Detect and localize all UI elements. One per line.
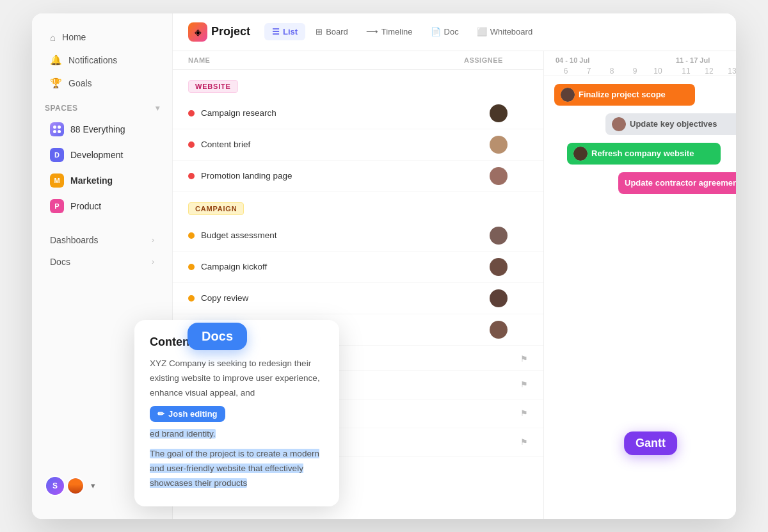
sidebar-item-notifications[interactable]: 🔔 Notifications (37, 49, 167, 72)
dev-icon: D (50, 148, 64, 162)
docs-card: Content brief Docs XYZ Company is seekin… (134, 320, 339, 506)
task-avatar (490, 227, 508, 245)
header: ◈ Project ☰ List ⊞ Board ⟶ Timeline 📄 Do… (173, 13, 736, 51)
tab-whiteboard[interactable]: ⬜ Whiteboard (469, 23, 540, 40)
sidebar-item-development[interactable]: D Development (37, 142, 167, 168)
docs-card-text-2: ed brand identity. (150, 427, 324, 442)
highlighted-text: ed brand identity. (150, 429, 216, 439)
tab-doc[interactable]: 📄 Doc (423, 23, 467, 40)
group-label-campaign: CAMPAIGN (188, 202, 244, 215)
tab-timeline[interactable]: ⟶ Timeline (358, 23, 420, 40)
sidebar-item-goals[interactable]: 🏆 Goals (37, 72, 167, 95)
task-list-header: NAME ASSIGNEE (173, 51, 543, 70)
sidebar-item-dashboards[interactable]: Dashboards › (37, 229, 167, 251)
task-row[interactable]: Campaign research (173, 98, 543, 129)
docs-card-text-3: The goal of the project is to create a m… (150, 447, 324, 491)
task-row[interactable]: Promotion landing page (173, 161, 543, 192)
gantt-bar-finalize: Finalize project scope (554, 84, 695, 106)
sidebar-item-marketing[interactable]: M Marketing (37, 168, 167, 193)
gantt-header: 04 - 10 Jul 6 7 8 9 10 11 - 17 Jul (544, 51, 736, 76)
task-dot (188, 295, 195, 302)
bar-avatar (612, 117, 626, 131)
whiteboard-icon: ⬜ (477, 27, 487, 36)
sidebar-item-everything[interactable]: 88 Everything (37, 117, 167, 142)
sidebar-item-label: Goals (68, 78, 92, 88)
timeline-icon: ⟶ (366, 27, 378, 36)
doc-icon: 📄 (431, 27, 441, 36)
week-section-1: 04 - 10 Jul 6 7 8 9 10 (554, 56, 669, 76)
list-icon: ☰ (272, 27, 280, 36)
sidebar-item-docs[interactable]: Docs › (37, 251, 167, 273)
marketing-icon: M (50, 173, 64, 188)
product-icon: P (50, 199, 64, 213)
task-avatar (490, 104, 508, 122)
flag-icon: ⚑ (520, 408, 528, 418)
gantt-bar-refresh: Refresh company website (567, 143, 721, 165)
header-tabs: ☰ List ⊞ Board ⟶ Timeline 📄 Doc ⬜ Whi (264, 23, 540, 40)
week-section-2: 11 - 17 Jul 11 12 13 14 (675, 56, 736, 76)
task-dot (188, 173, 195, 179)
development-label: Development (70, 150, 124, 160)
tab-list[interactable]: ☰ List (264, 23, 305, 40)
tab-board[interactable]: ⊞ Board (308, 23, 356, 40)
gantt-row: Finalize project scope (554, 80, 726, 109)
gantt-row: Update key objectives (554, 109, 726, 139)
task-row[interactable]: Copy review (173, 283, 543, 314)
docs-editing-badge: ✏ Josh editing (150, 406, 225, 422)
bar-avatar (561, 88, 575, 102)
task-avatar (490, 136, 508, 154)
sidebar-item-label: Notifications (68, 55, 117, 65)
gantt-panel: 04 - 10 Jul 6 7 8 9 10 11 - 17 Jul (544, 51, 736, 519)
gantt-row: Refresh company website (554, 139, 726, 168)
home-icon: ⌂ (50, 32, 56, 43)
sidebar-item-product[interactable]: P Product (37, 193, 167, 219)
product-label: Product (70, 201, 101, 211)
gantt-bar-objectives: Update key objectives (605, 113, 736, 135)
board-icon: ⊞ (316, 27, 323, 36)
group-label-website: WEBSITE (188, 80, 238, 93)
task-avatar (490, 321, 508, 339)
gantt-bar-contractor: Update contractor agreement (618, 172, 736, 194)
task-dot (188, 141, 195, 148)
marketing-label: Marketing (70, 175, 113, 186)
gantt-label-badge: Gantt (624, 431, 677, 455)
task-dot (188, 110, 195, 117)
sidebar-item-label: Home (62, 32, 86, 42)
second-avatar (67, 477, 84, 495)
task-avatar (490, 258, 508, 276)
gantt-row: Update contractor agreement (554, 168, 726, 198)
task-row[interactable]: Budget assessment (173, 220, 543, 252)
task-dot (188, 232, 195, 239)
task-row[interactable]: Content brief (173, 129, 543, 161)
project-icon: ◈ (188, 22, 207, 42)
flag-icon: ⚑ (520, 354, 528, 364)
highlighted-text-2: The goal of the project is to create a m… (150, 449, 319, 488)
task-avatar (490, 289, 508, 307)
everything-label: 88 Everything (70, 124, 125, 134)
bell-icon: 🔔 (50, 54, 62, 66)
flag-icon: ⚑ (520, 380, 528, 389)
pencil-icon: ✏ (157, 409, 164, 419)
docs-card-title-area: Content brief Docs (150, 335, 221, 357)
everything-icon (50, 122, 64, 136)
task-row[interactable]: Campaign kickoff (173, 252, 543, 283)
gantt-body: Finalize project scope Update key object… (544, 76, 736, 202)
docs-badge: Docs (188, 323, 247, 350)
docs-card-text-1: XYZ Company is seeking to redesign their… (150, 357, 324, 401)
task-dot (188, 264, 195, 270)
trophy-icon: 🏆 (50, 77, 62, 89)
project-title: Project (211, 25, 250, 38)
task-avatar (490, 167, 508, 185)
chevron-right-icon: › (152, 236, 154, 245)
chevron-down-icon: ▾ (156, 104, 160, 113)
user-chevron: ▾ (91, 481, 95, 490)
flag-icon: ⚑ (520, 437, 528, 447)
sidebar-item-home[interactable]: ⌂ Home (37, 26, 167, 49)
spaces-section: Spaces ▾ (32, 95, 172, 117)
chevron-right-icon: › (152, 257, 154, 266)
bar-avatar (573, 147, 588, 161)
avatar: S (45, 476, 65, 496)
